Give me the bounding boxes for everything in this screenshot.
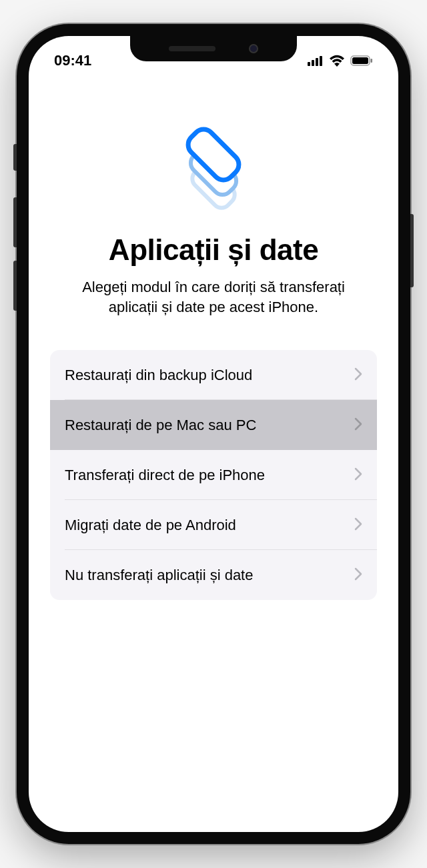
page-subtitle: Alegeți modul în care doriți să transfer… (49, 277, 378, 317)
option-label: Restaurați din backup iCloud (65, 367, 252, 384)
option-no-transfer[interactable]: Nu transferați aplicații și date (50, 550, 377, 600)
chevron-right-icon (354, 365, 362, 385)
phone-frame: 09:41 (17, 24, 410, 844)
content-area: Aplicații și date Alegeți modul în care … (29, 73, 398, 600)
svg-rect-0 (308, 62, 310, 66)
apps-data-icon (170, 127, 257, 213)
mute-switch (13, 144, 17, 171)
status-indicators (308, 55, 373, 67)
option-migrate-android[interactable]: Migrați date de pe Android (50, 500, 377, 550)
chevron-right-icon (354, 465, 362, 485)
option-transfer-iphone[interactable]: Transferați direct de pe iPhone (50, 450, 377, 500)
status-time: 09:41 (54, 52, 91, 69)
svg-rect-1 (312, 60, 314, 66)
option-restore-mac-pc[interactable]: Restaurați de pe Mac sau PC (50, 400, 377, 450)
option-restore-icloud[interactable]: Restaurați din backup iCloud (50, 350, 377, 400)
notch (130, 36, 297, 61)
battery-icon (350, 55, 373, 66)
front-camera (249, 44, 258, 53)
volume-up-button (13, 197, 17, 247)
chevron-right-icon (354, 415, 362, 435)
option-label: Migrați date de pe Android (65, 517, 236, 534)
svg-rect-3 (320, 56, 322, 66)
option-label: Nu transferați aplicații și date (65, 567, 253, 584)
chevron-right-icon (354, 565, 362, 585)
option-label: Restaurați de pe Mac sau PC (65, 417, 256, 434)
svg-rect-2 (316, 58, 318, 66)
wifi-icon (329, 55, 345, 67)
screen: 09:41 (29, 36, 398, 832)
svg-rect-5 (352, 57, 368, 64)
speaker (169, 46, 216, 51)
chevron-right-icon (354, 515, 362, 535)
volume-down-button (13, 261, 17, 311)
cellular-signal-icon (308, 55, 324, 66)
svg-rect-6 (371, 59, 373, 63)
power-button (410, 214, 414, 287)
page-title: Aplicații și date (49, 233, 378, 267)
option-label: Transferați direct de pe iPhone (65, 467, 265, 484)
options-list: Restaurați din backup iCloud Restaurați … (50, 350, 377, 600)
